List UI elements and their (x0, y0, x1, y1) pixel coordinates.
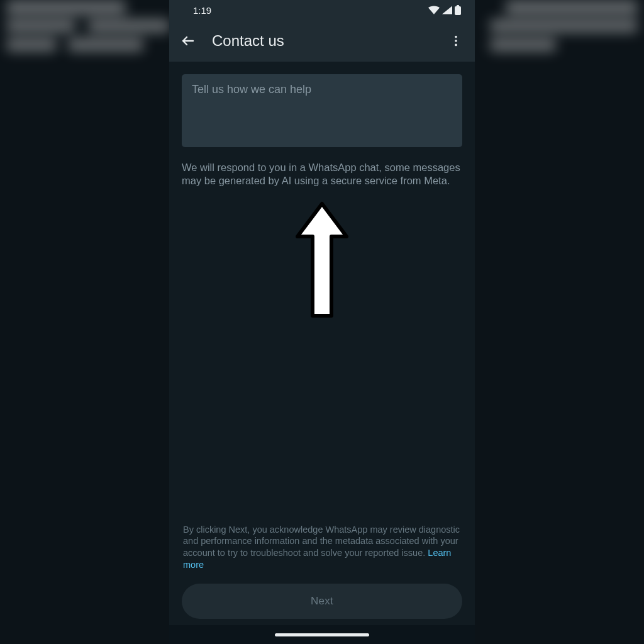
svg-point-3 (455, 40, 457, 42)
background-decoration (490, 38, 556, 52)
app-bar: Contact us (169, 20, 475, 62)
svg-rect-0 (455, 6, 461, 15)
arrow-left-icon (180, 33, 196, 48)
background-decoration (6, 0, 126, 15)
background-decoration (490, 19, 638, 33)
background-decoration (88, 19, 170, 33)
disclaimer-text: By clicking Next, you acknowledge WhatsA… (182, 524, 462, 571)
ai-info-text: We will respond to you in a WhatsApp cha… (182, 161, 462, 188)
more-options-button[interactable] (443, 28, 469, 53)
spacer (182, 188, 462, 524)
system-nav-bar (169, 625, 475, 644)
gesture-handle[interactable] (275, 633, 369, 636)
svg-point-2 (455, 36, 457, 38)
background-decoration (6, 38, 57, 52)
disclaimer-body: By clicking Next, you acknowledge WhatsA… (183, 525, 460, 558)
status-indicators (428, 5, 461, 15)
svg-rect-1 (457, 5, 459, 7)
status-time: 1:19 (193, 5, 211, 16)
battery-icon (455, 5, 461, 15)
page-title: Contact us (212, 32, 428, 50)
background-decoration (68, 38, 143, 52)
help-message-input[interactable] (182, 74, 462, 147)
background-decoration (6, 19, 75, 33)
more-vertical-icon (449, 34, 463, 48)
signal-icon (442, 6, 452, 14)
phone-frame: 1:19 Contact us We will respond to you i… (169, 0, 475, 644)
svg-point-4 (455, 44, 457, 47)
background-decoration (506, 0, 638, 15)
content-area: We will respond to you in a WhatsApp cha… (169, 62, 475, 625)
status-bar: 1:19 (169, 0, 475, 20)
next-button[interactable]: Next (182, 584, 462, 619)
back-button[interactable] (179, 32, 197, 50)
wifi-icon (428, 6, 440, 14)
